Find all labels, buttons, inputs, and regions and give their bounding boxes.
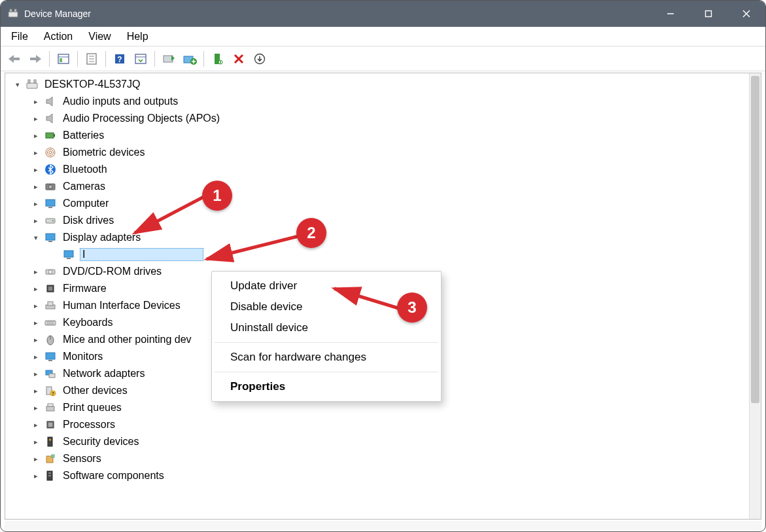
menu-action[interactable]: Action [36,27,80,46]
ctx-scan-hardware[interactable]: Scan for hardware changes [212,347,441,368]
scroll-down-button[interactable] [250,49,270,69]
chevron-down-icon[interactable]: ▾ [30,232,42,243]
close-button[interactable] [727,1,765,27]
tree-item-processors[interactable]: ▸ Processors [8,416,761,433]
tree-item-bluetooth[interactable]: ▸ Bluetooth [8,161,761,178]
svg-point-36 [48,185,52,189]
tree-item-label: Cameras [61,181,107,192]
toolbar-separator [203,51,204,67]
menu-view[interactable]: View [80,27,118,46]
dvd-icon [43,264,58,279]
sensor-icon [43,452,58,466]
chevron-right-icon[interactable]: ▸ [30,96,42,107]
tree-item-label: Audio inputs and outputs [61,96,179,107]
chevron-right-icon[interactable]: ▸ [30,113,42,124]
chevron-right-icon[interactable]: ▸ [30,181,42,192]
tree-item-cameras[interactable]: ▸ Cameras [8,178,761,195]
chevron-right-icon[interactable]: ▸ [30,147,42,158]
svg-rect-4 [706,11,712,17]
root-label: DESKTOP-4L537JQ [43,79,141,90]
show-hidden-button[interactable] [54,49,73,69]
tree-item-label: Processors [61,419,116,431]
forward-button[interactable] [26,49,45,69]
tree-item-label: Disk drives [61,215,115,226]
tree-item-sensors[interactable]: ▸ Sensors [8,450,761,467]
tree-item-security[interactable]: ▸ Security devices [8,433,761,450]
toolbar-separator [154,51,155,67]
chevron-right-icon[interactable]: ▸ [30,368,42,380]
chevron-right-icon[interactable]: ▸ [30,283,42,294]
chevron-right-icon[interactable]: ▸ [30,266,42,277]
chevron-right-icon[interactable]: ▸ [30,317,42,328]
tree-item-label: Print queues [61,402,123,414]
scrollbar-thumb[interactable] [751,76,759,403]
maximize-button[interactable] [689,1,727,27]
chevron-right-icon[interactable]: ▸ [30,130,42,141]
tree-item-label: Keyboards [61,317,114,328]
chevron-right-icon[interactable]: ▸ [30,351,42,363]
monitor-icon [43,196,58,211]
bluetooth-icon [43,162,58,177]
chevron-right-icon[interactable]: ▸ [30,164,42,175]
tree-item-software-components[interactable]: ▸ Software components [8,467,761,484]
battery-icon [43,128,58,143]
monitor-icon [43,349,58,364]
tree-item-apos[interactable]: ▸ Audio Processing Objects (APOs) [8,110,761,127]
status-bar [5,521,761,530]
back-button[interactable] [5,49,24,69]
chevron-right-icon[interactable]: ▸ [30,436,42,448]
scan-button[interactable] [131,49,150,69]
minimize-button[interactable] [652,1,689,27]
menu-help[interactable]: Help [119,27,156,46]
tree-item-disk-drives[interactable]: ▸ Disk drives [8,212,761,229]
menu-file[interactable]: File [3,27,36,46]
svg-rect-2 [14,9,16,12]
annotation-badge-1: 1 [202,181,232,211]
cpu-icon [43,417,58,432]
svg-text:?: ? [117,55,122,64]
tree-item-audio-inputs[interactable]: ▸ Audio inputs and outputs [8,93,761,110]
tree-item-display-adapter-child[interactable]: I [8,246,761,263]
chevron-right-icon[interactable]: ▸ [30,334,42,346]
vertical-scrollbar[interactable] [749,73,761,519]
security-icon [43,434,58,449]
svg-line-76 [334,289,398,308]
tree-item-label: Sensors [61,453,103,465]
tree-item-computer[interactable]: ▸ Computer [8,195,761,212]
tree-item-display-adapters[interactable]: ▾ Display adapters [8,229,761,246]
tree-item-label: Mice and other pointing dev [61,334,193,346]
ctx-properties[interactable]: Properties [212,376,441,397]
tree-item-batteries[interactable]: ▸ Batteries [8,127,761,144]
speaker-icon [43,111,58,126]
help-button[interactable]: ? [110,49,130,69]
hid-icon [43,298,58,313]
tree-item-biometric[interactable]: ▸ Biometric devices [8,144,761,161]
tree-root[interactable]: ▾ DESKTOP-4L537JQ [8,76,761,93]
computer-icon [25,77,39,92]
chevron-right-icon[interactable]: ▸ [30,385,42,397]
toolbar: ? [1,46,765,71]
svg-rect-73 [48,475,51,476]
chevron-right-icon[interactable]: ▸ [30,453,42,465]
chevron-right-icon[interactable]: ▸ [30,402,42,414]
svg-rect-8 [30,58,37,60]
tree-item-label: Bluetooth [61,164,109,175]
ctx-separator [215,372,438,372]
update-driver-button[interactable] [159,49,179,69]
svg-rect-30 [54,134,55,137]
chevron-right-icon[interactable]: ▸ [30,215,42,226]
window-title: Device Manager [24,9,91,19]
svg-line-74 [135,197,203,233]
chevron-right-icon[interactable]: ▸ [30,300,42,311]
chevron-right-icon[interactable]: ▸ [30,419,42,431]
chevron-right-icon[interactable]: ▸ [30,198,42,209]
disable-device-button[interactable] [229,49,249,69]
svg-rect-48 [48,287,52,291]
enable-device-button[interactable] [208,49,228,69]
properties-button[interactable] [82,49,101,69]
svg-rect-63 [46,406,54,411]
svg-text:?: ? [52,391,54,396]
chevron-right-icon[interactable]: ▸ [30,470,42,482]
uninstall-driver-button[interactable] [180,49,200,69]
chevron-down-icon[interactable]: ▾ [12,79,24,90]
